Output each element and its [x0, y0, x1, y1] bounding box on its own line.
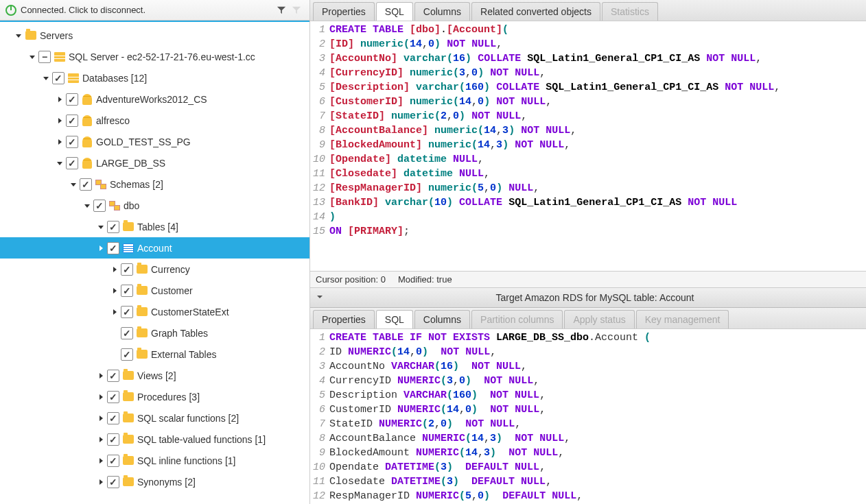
tree-row[interactable]: dbo	[0, 195, 309, 216]
tree-row[interactable]: Graph Tables	[0, 322, 309, 344]
expand-arrow-icon[interactable]	[96, 371, 106, 381]
db-icon	[82, 158, 92, 169]
code-line: 5Description VARCHAR(160) NOT NULL,	[310, 388, 866, 403]
expand-arrow-icon[interactable]	[96, 413, 106, 423]
expand-arrow-icon[interactable]	[110, 328, 119, 338]
tab[interactable]: SQL	[376, 2, 413, 21]
tree-row[interactable]: AdventureWorks2012_CS	[0, 88, 309, 110]
target-panel-title: Target Amazon RDS for MySQL table: Accou…	[329, 292, 861, 303]
target-sql-editor[interactable]: 1CREATE TABLE IF NOT EXISTS LARGE_DB_SS_…	[310, 329, 866, 504]
checkbox[interactable]	[38, 51, 51, 63]
tree-row[interactable]: Tables [4]	[0, 216, 309, 237]
tree-row[interactable]: External Tables	[0, 344, 309, 365]
expand-arrow-icon[interactable]	[96, 243, 106, 253]
tree-row[interactable]: Procedures [3]	[0, 386, 309, 407]
tree-row[interactable]: SQL table-valued functions [1]	[0, 429, 309, 450]
expand-arrow-icon[interactable]	[96, 222, 106, 232]
tree-row[interactable]: CustomerStateExt	[0, 301, 309, 322]
checkbox[interactable]	[107, 370, 119, 382]
tree-label: GOLD_TEST_SS_PG	[96, 136, 191, 147]
checkbox[interactable]	[121, 306, 133, 318]
tree-row[interactable]: SQL scalar functions [2]	[0, 407, 309, 429]
expand-arrow-icon[interactable]	[41, 73, 51, 83]
expand-arrow-icon[interactable]	[96, 392, 106, 402]
expand-arrow-icon[interactable]	[110, 307, 119, 317]
tree-row[interactable]: Views [2]	[0, 365, 309, 386]
expand-arrow-icon[interactable]	[96, 477, 106, 487]
expand-arrow-icon[interactable]	[110, 265, 119, 274]
filter-clear-icon[interactable]	[292, 5, 301, 15]
tab[interactable]: Columns	[414, 310, 470, 328]
tree-label: LARGE_DB_SS	[96, 158, 165, 169]
schema-icon	[95, 180, 106, 189]
expand-arrow-icon[interactable]	[55, 116, 65, 125]
tab[interactable]: Properties	[313, 310, 375, 328]
expand-arrow-icon[interactable]	[110, 350, 119, 359]
tree-row[interactable]: SQL Server - ec2-52-17-21-76.eu-west-1.c…	[0, 46, 309, 67]
tree-icon	[95, 178, 107, 191]
tree-row[interactable]: SQL inline functions [1]	[0, 450, 309, 471]
tree-row[interactable]: GOLD_TEST_SS_PG	[0, 131, 309, 152]
target-panel-header[interactable]: Target Amazon RDS for MySQL table: Accou…	[310, 288, 866, 308]
tab[interactable]: Properties	[313, 2, 375, 21]
checkbox[interactable]	[107, 455, 119, 467]
checkbox[interactable]	[107, 221, 119, 233]
checkbox[interactable]	[66, 157, 78, 169]
tree-label: SQL table-valued functions [1]	[137, 434, 266, 445]
expand-arrow-icon[interactable]	[96, 456, 106, 466]
checkbox[interactable]	[121, 285, 133, 297]
tab[interactable]: Related converted objects	[471, 2, 600, 21]
expand-arrow-icon[interactable]	[96, 435, 106, 444]
tree-row[interactable]: Customer	[0, 280, 309, 301]
expand-arrow-icon[interactable]	[55, 95, 65, 104]
checkbox[interactable]	[107, 412, 119, 424]
checkbox[interactable]	[107, 433, 119, 446]
tree-row[interactable]: LARGE_DB_SS	[0, 152, 309, 173]
checkbox[interactable]	[121, 327, 133, 339]
tree-row[interactable]: Account	[0, 237, 309, 259]
server-stack-icon	[54, 52, 65, 62]
expand-arrow-icon[interactable]	[27, 52, 37, 62]
code-line: 15ON [PRIMARY];	[310, 224, 866, 239]
tree-row[interactable]: Databases [12]	[0, 67, 309, 88]
checkbox[interactable]	[107, 476, 119, 488]
checkbox[interactable]	[66, 93, 78, 106]
expand-arrow-icon[interactable]	[82, 201, 92, 211]
line-number: 8	[310, 123, 329, 138]
tree-row[interactable]: Servers	[0, 25, 309, 46]
checkbox[interactable]	[80, 178, 92, 191]
expand-arrow-icon[interactable]	[55, 158, 65, 168]
checkbox[interactable]	[52, 72, 65, 84]
checkbox[interactable]	[107, 391, 119, 403]
tab[interactable]: Columns	[414, 2, 470, 21]
checkbox[interactable]	[121, 348, 133, 361]
tree-row[interactable]: alfresco	[0, 110, 309, 131]
checkbox[interactable]	[66, 136, 78, 148]
tree-row[interactable]: Currency	[0, 259, 309, 280]
tree-row[interactable]: Schemas [2]	[0, 173, 309, 195]
tree-row[interactable]: Synonyms [2]	[0, 471, 309, 492]
target-panel: Target Amazon RDS for MySQL table: Accou…	[310, 288, 866, 504]
cursor-position: Cursor position: 0	[316, 274, 386, 285]
tree-label: Schemas [2]	[110, 179, 163, 190]
tree-icon	[54, 51, 66, 63]
expand-arrow-icon[interactable]	[69, 180, 78, 189]
expand-arrow-icon[interactable]	[55, 137, 65, 147]
object-tree[interactable]: ServersSQL Server - ec2-52-17-21-76.eu-w…	[0, 21, 309, 504]
source-sql-editor[interactable]: 1CREATE TABLE [dbo].[Account](2[ID] nume…	[310, 21, 866, 271]
line-number: 1	[310, 23, 329, 37]
checkbox[interactable]	[93, 200, 106, 212]
checkbox[interactable]	[121, 263, 133, 276]
checkbox[interactable]	[66, 115, 78, 127]
code-line: 4CurrencyID NUMERIC(3,0) NOT NULL,	[310, 374, 866, 388]
expand-arrow-icon[interactable]	[110, 286, 119, 296]
tab[interactable]: SQL	[376, 310, 413, 328]
tree-label: alfresco	[96, 115, 130, 126]
checkbox[interactable]	[107, 242, 119, 254]
folder-icon	[123, 392, 134, 401]
code-content: [Closedate] datetime NULL,	[329, 167, 490, 181]
filter-icon[interactable]	[277, 5, 286, 15]
connection-header[interactable]: Connected. Click to disconnect.	[0, 0, 309, 21]
modified-status: Modified: true	[398, 274, 452, 285]
expand-arrow-icon[interactable]	[14, 31, 23, 40]
